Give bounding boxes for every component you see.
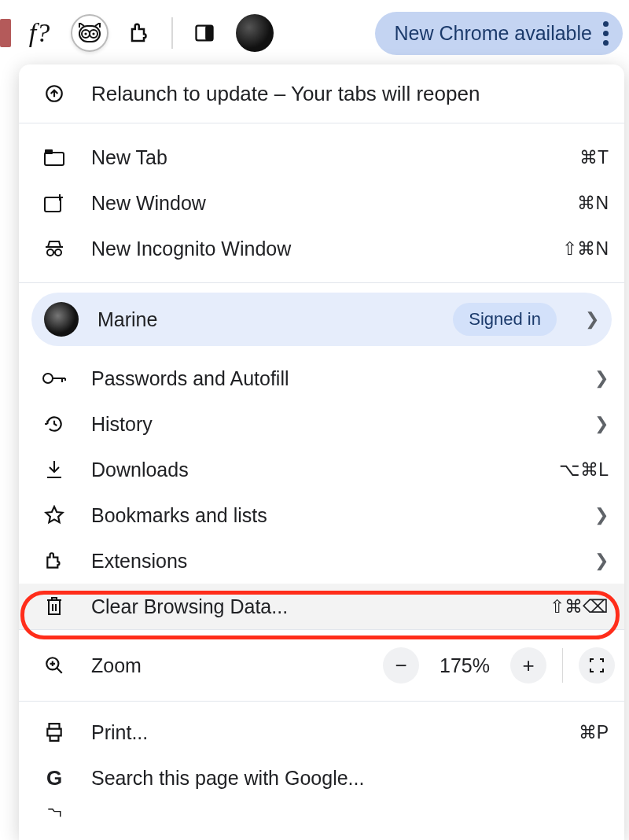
history-icon xyxy=(41,411,68,437)
relaunch-label: Relaunch to update – Your tabs will reop… xyxy=(91,82,609,106)
extensions-label: Extensions xyxy=(91,550,571,573)
print-label: Print... xyxy=(91,721,555,744)
svg-point-13 xyxy=(43,374,53,383)
svg-rect-10 xyxy=(45,197,61,212)
folder-icon xyxy=(41,799,68,826)
new-tab-icon xyxy=(41,144,68,171)
zoom-icon xyxy=(41,652,68,679)
truncated-extension-icon[interactable] xyxy=(0,19,11,47)
new-window-shortcut: ⌘N xyxy=(577,193,609,214)
extensions-puzzle-icon[interactable] xyxy=(118,11,162,55)
clear-data-label: Clear Browsing Data... xyxy=(91,595,526,618)
downloads-label: Downloads xyxy=(91,459,535,481)
svg-rect-9 xyxy=(45,149,53,154)
new-incognito-label: New Incognito Window xyxy=(91,238,539,260)
chevron-right-icon: ❯ xyxy=(594,551,609,571)
chrome-menu-icon[interactable] xyxy=(603,21,609,46)
print-item[interactable]: Print... ⌘P xyxy=(19,709,624,755)
relaunch-to-update-item[interactable]: Relaunch to update – Your tabs will reop… xyxy=(19,64,624,123)
clear-data-shortcut: ⇧⌘⌫ xyxy=(550,596,609,617)
update-available-label: New Chrome available xyxy=(394,22,592,45)
print-icon xyxy=(41,719,68,746)
star-icon xyxy=(41,502,68,529)
svg-point-3 xyxy=(84,32,86,35)
download-icon xyxy=(41,456,68,483)
update-arrow-icon xyxy=(41,80,68,107)
profile-avatar-icon xyxy=(44,302,79,337)
downloads-shortcut: ⌥⌘L xyxy=(559,459,609,481)
new-incognito-item[interactable]: New Incognito Window ⇧⌘N xyxy=(19,226,624,271)
truncated-item[interactable] xyxy=(19,801,624,824)
search-page-item[interactable]: G Search this page with Google... xyxy=(19,755,624,801)
chevron-right-icon: ❯ xyxy=(594,414,609,434)
zoom-label: Zoom xyxy=(91,654,359,677)
new-window-icon xyxy=(41,190,68,216)
passwords-label: Passwords and Autofill xyxy=(91,367,571,390)
downloads-item[interactable]: Downloads ⌥⌘L xyxy=(19,447,624,492)
browser-toolbar: f? New Chrome available xyxy=(0,0,629,66)
svg-point-11 xyxy=(47,249,53,256)
trash-icon xyxy=(41,593,68,620)
incognito-icon xyxy=(41,235,68,262)
owl-extension-icon[interactable] xyxy=(68,11,112,55)
extensions-item[interactable]: Extensions ❯ xyxy=(19,538,624,584)
font-extension-icon[interactable]: f? xyxy=(17,11,61,55)
puzzle-icon xyxy=(41,547,68,574)
history-item[interactable]: History ❯ xyxy=(19,401,624,447)
print-shortcut: ⌘P xyxy=(579,722,609,743)
chrome-main-menu: Relaunch to update – Your tabs will reop… xyxy=(19,64,624,840)
key-icon xyxy=(41,365,68,392)
history-label: History xyxy=(91,413,571,436)
profile-item[interactable]: Marine Signed in ❯ xyxy=(31,293,612,346)
signed-in-badge: Signed in xyxy=(453,303,557,336)
svg-rect-8 xyxy=(45,153,64,165)
chevron-right-icon: ❯ xyxy=(594,505,609,525)
profile-avatar-toolbar[interactable] xyxy=(233,11,277,55)
svg-point-4 xyxy=(92,32,94,35)
chevron-right-icon: ❯ xyxy=(585,309,599,330)
new-tab-label: New Tab xyxy=(91,146,556,169)
chevron-right-icon: ❯ xyxy=(594,368,609,389)
fullscreen-button[interactable] xyxy=(579,647,615,683)
bookmarks-label: Bookmarks and lists xyxy=(91,504,571,527)
toolbar-separator xyxy=(171,17,173,49)
zoom-out-button[interactable]: − xyxy=(383,647,419,683)
google-g-icon: G xyxy=(41,764,68,791)
new-incognito-shortcut: ⇧⌘N xyxy=(562,238,609,260)
new-tab-shortcut: ⌘T xyxy=(579,147,609,168)
zoom-in-button[interactable]: + xyxy=(510,647,546,683)
divider xyxy=(19,282,624,283)
passwords-item[interactable]: Passwords and Autofill ❯ xyxy=(19,356,624,401)
profile-name: Marine xyxy=(97,308,434,331)
clear-browsing-data-item[interactable]: Clear Browsing Data... ⇧⌘⌫ xyxy=(19,584,624,629)
zoom-item: Zoom − 175% + xyxy=(19,630,624,701)
new-window-label: New Window xyxy=(91,192,554,215)
side-panel-icon[interactable] xyxy=(182,11,226,55)
update-available-button[interactable]: New Chrome available xyxy=(375,12,623,55)
new-tab-item[interactable]: New Tab ⌘T xyxy=(19,134,624,180)
svg-rect-6 xyxy=(205,26,212,41)
zoom-value: 175% xyxy=(430,654,499,677)
new-window-item[interactable]: New Window ⌘N xyxy=(19,180,624,226)
search-page-label: Search this page with Google... xyxy=(91,767,609,790)
svg-point-12 xyxy=(55,249,61,256)
separator xyxy=(562,648,563,683)
bookmarks-item[interactable]: Bookmarks and lists ❯ xyxy=(19,492,624,538)
